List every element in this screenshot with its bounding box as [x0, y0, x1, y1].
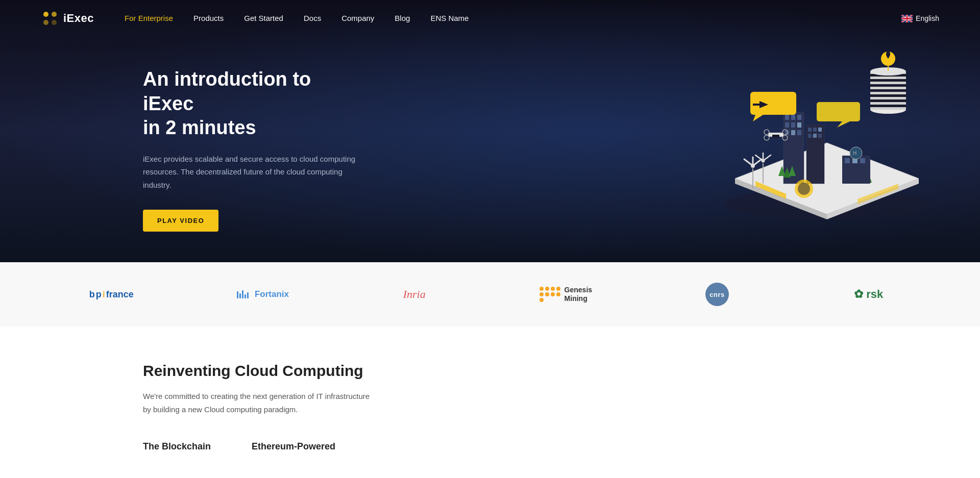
reinventing-description: We're committed to creating the next gen… — [143, 390, 373, 416]
city-svg: H — [704, 31, 949, 224]
svg-rect-15 — [797, 130, 801, 135]
svg-rect-26 — [870, 79, 906, 82]
nav-item-docs[interactable]: Docs — [293, 0, 331, 37]
reinventing-section: Reinventing Cloud Computing We're commit… — [0, 326, 980, 477]
nav-item-company[interactable]: Company — [331, 0, 384, 37]
svg-point-3 — [52, 20, 57, 25]
nav-link-enterprise[interactable]: For Enterprise — [114, 0, 183, 37]
nav-right: English — [901, 14, 939, 22]
feature-blockchain-title: The Blockchain — [143, 441, 211, 452]
svg-line-46 — [744, 159, 753, 166]
rsk-icon: ✿ — [854, 288, 863, 301]
hero-content: An introduction to iExecin 2 minutes iEx… — [0, 37, 357, 262]
svg-rect-31 — [870, 105, 906, 107]
logo-link[interactable]: iExec — [41, 9, 94, 28]
cnrs-label: cnrs — [705, 283, 729, 306]
svg-line-47 — [753, 159, 762, 166]
svg-point-0 — [43, 12, 48, 17]
partner-inria: Inria — [344, 288, 485, 301]
svg-point-41 — [764, 135, 769, 140]
play-video-button[interactable]: PLAY VIDEO — [143, 210, 218, 232]
svg-point-1 — [52, 12, 57, 17]
svg-rect-62 — [860, 158, 865, 163]
svg-rect-30 — [870, 99, 906, 102]
svg-text:H: H — [853, 150, 856, 156]
svg-rect-21 — [813, 134, 817, 138]
language-label: English — [916, 14, 939, 22]
svg-rect-12 — [797, 122, 801, 128]
fortanix-bars-icon — [237, 290, 249, 298]
logo-icon — [41, 9, 59, 28]
bpifrance-logo: b p i france — [89, 289, 134, 300]
svg-rect-9 — [797, 115, 801, 120]
nav-link-blog[interactable]: Blog — [384, 0, 420, 37]
genesis-dots-icon — [540, 287, 560, 302]
logo-text: iExec — [63, 12, 94, 25]
svg-rect-22 — [818, 134, 822, 138]
nav-links: For Enterprise Products Get Started Docs… — [114, 0, 901, 37]
reinventing-title: Reinventing Cloud Computing — [143, 362, 837, 380]
svg-rect-14 — [791, 130, 795, 135]
svg-rect-7 — [785, 115, 789, 120]
flag-icon — [901, 15, 913, 22]
rsk-logo: ✿ rsk — [854, 288, 883, 301]
nav-item-getstarted[interactable]: Get Started — [234, 0, 293, 37]
language-selector[interactable]: English — [901, 14, 939, 22]
svg-rect-43 — [772, 135, 779, 138]
hero-illustration: H — [704, 31, 949, 224]
svg-rect-19 — [818, 128, 822, 132]
partners-section: b p i france Fortanix Inria — [0, 262, 980, 326]
inria-label: Inria — [403, 288, 426, 301]
svg-rect-11 — [791, 122, 795, 128]
svg-rect-36 — [750, 92, 796, 115]
svg-point-39 — [764, 130, 769, 135]
hero-section: An introduction to iExecin 2 minutes iEx… — [0, 0, 980, 262]
nav-item-ens[interactable]: ENS Name — [420, 0, 479, 37]
svg-rect-10 — [785, 122, 789, 128]
hero-description: iExec provides scalable and secure acces… — [143, 153, 357, 192]
svg-rect-27 — [870, 84, 906, 87]
svg-rect-29 — [870, 94, 906, 97]
svg-line-52 — [763, 155, 771, 161]
hero-title: An introduction to iExecin 2 minutes — [143, 67, 357, 140]
svg-point-2 — [43, 20, 48, 25]
svg-rect-60 — [845, 158, 850, 163]
features-row: The Blockchain Ethereum-Powered — [143, 441, 837, 452]
genesis-logo: GenesisMining — [540, 286, 592, 303]
navbar: iExec For Enterprise Products Get Starte… — [0, 0, 980, 37]
svg-point-34 — [886, 52, 890, 56]
partner-genesis: GenesisMining — [495, 286, 636, 303]
svg-rect-8 — [791, 115, 795, 120]
genesis-label: GenesisMining — [565, 286, 592, 303]
svg-rect-18 — [813, 128, 817, 132]
partner-bpifrance: b p i france — [41, 289, 182, 300]
svg-rect-17 — [808, 128, 812, 132]
nav-link-products[interactable]: Products — [183, 0, 234, 37]
partner-rsk: ✿ rsk — [798, 288, 939, 301]
nav-link-docs[interactable]: Docs — [293, 0, 331, 37]
svg-rect-20 — [808, 134, 812, 138]
feature-ethereum-title: Ethereum-Powered — [252, 441, 335, 452]
partner-fortanix: Fortanix — [192, 289, 334, 299]
nav-link-company[interactable]: Company — [331, 0, 384, 37]
partner-cnrs: cnrs — [647, 283, 788, 306]
nav-item-products[interactable]: Products — [183, 0, 234, 37]
fortanix-label: Fortanix — [255, 289, 289, 299]
svg-point-66 — [798, 183, 810, 195]
svg-rect-37 — [817, 102, 860, 121]
nav-link-getstarted[interactable]: Get Started — [234, 0, 293, 37]
nav-link-ens[interactable]: ENS Name — [420, 0, 479, 37]
svg-line-51 — [755, 155, 763, 161]
nav-item-enterprise[interactable]: For Enterprise — [114, 0, 183, 37]
nav-item-blog[interactable]: Blog — [384, 0, 420, 37]
feature-ethereum: Ethereum-Powered — [252, 441, 335, 452]
rsk-label: rsk — [866, 288, 883, 301]
feature-blockchain: The Blockchain — [143, 441, 211, 452]
svg-rect-28 — [870, 89, 906, 92]
fortanix-logo: Fortanix — [237, 289, 289, 299]
